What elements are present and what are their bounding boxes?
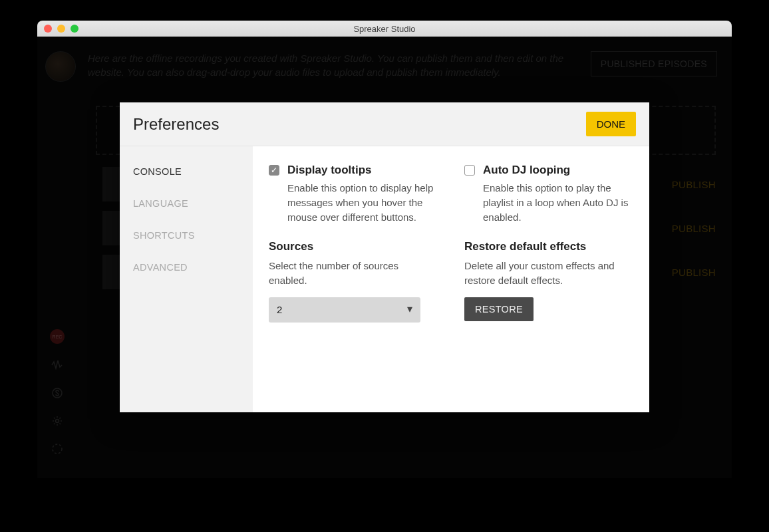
preferences-content: Display tooltips Enable this option to d… bbox=[253, 146, 649, 412]
done-button[interactable]: DONE bbox=[586, 112, 636, 136]
restore-title: Restore default effects bbox=[464, 240, 633, 253]
preferences-modal: Preferences DONE CONSOLE LANGUAGE SHORTC… bbox=[120, 102, 649, 412]
modal-header: Preferences DONE bbox=[120, 102, 649, 146]
restore-button[interactable]: RESTORE bbox=[464, 297, 534, 321]
sidebar-item-console[interactable]: CONSOLE bbox=[120, 156, 253, 188]
sidebar-item-advanced[interactable]: ADVANCED bbox=[120, 251, 253, 283]
autodj-title: Auto DJ looping bbox=[483, 164, 570, 177]
restore-desc: Delete all your custom effects and resto… bbox=[464, 259, 633, 288]
modal-title: Preferences bbox=[133, 115, 219, 134]
titlebar: Spreaker Studio bbox=[37, 21, 732, 37]
tooltips-title: Display tooltips bbox=[287, 164, 372, 177]
sidebar-item-language[interactable]: LANGUAGE bbox=[120, 188, 253, 219]
tooltips-checkbox[interactable] bbox=[269, 165, 279, 176]
sidebar-item-shortcuts[interactable]: SHORTCUTS bbox=[120, 219, 253, 251]
window-title: Spreaker Studio bbox=[37, 24, 732, 34]
tooltips-desc: Enable this option to display help messa… bbox=[287, 181, 438, 224]
sources-desc: Select the number of sources enabled. bbox=[269, 259, 438, 288]
autodj-checkbox[interactable] bbox=[464, 165, 475, 176]
preferences-sidebar: CONSOLE LANGUAGE SHORTCUTS ADVANCED bbox=[120, 146, 253, 412]
autodj-desc: Enable this option to play the playlist … bbox=[483, 181, 633, 224]
sources-title: Sources bbox=[269, 240, 438, 253]
sources-select[interactable]: 2 bbox=[269, 297, 420, 323]
